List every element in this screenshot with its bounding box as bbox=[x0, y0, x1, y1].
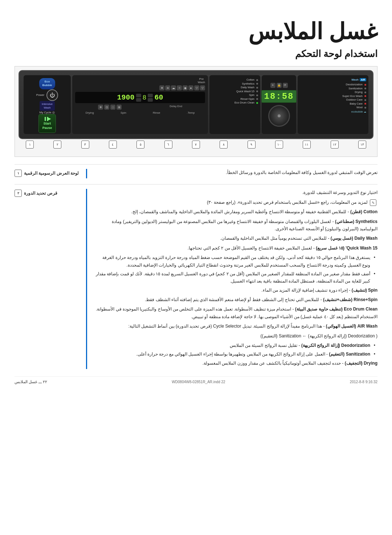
cp-icon-2: 🔒 bbox=[277, 83, 282, 88]
s2-daily-wash: Daily Wash (غسل يومي) - للملابس التي تست… bbox=[94, 235, 377, 242]
s2-note: ✎ لمزيد من المعلومات، راجع «غسل الملابس … bbox=[94, 199, 377, 206]
power-button[interactable]: ⏻ bbox=[46, 89, 58, 101]
bd-si-4 bbox=[136, 98, 141, 102]
s2-bullet-2: أضف فقط مقدار صغير من المادة المنظفة للم… bbox=[94, 270, 377, 285]
s2-air-wash: AIR Wash (الغسيل الهوائي) - هذا البرنامج… bbox=[94, 323, 377, 330]
s2-cotton: Cotton (قطن) - للملابس القطنية خفيفة أو … bbox=[94, 208, 377, 215]
section-1-label: لوحة العرض الرسومية الرقمية ١ bbox=[15, 169, 87, 178]
callout-7: ٧ bbox=[192, 141, 200, 149]
cycle-icon-1: ▽ bbox=[200, 85, 205, 90]
eco-bubble-label: Eco Bubble bbox=[42, 80, 52, 88]
bd-si-1 bbox=[148, 94, 153, 97]
prog-dot bbox=[364, 84, 366, 86]
delay-icon-4: ❄ bbox=[98, 105, 103, 110]
bd-si-3 bbox=[136, 94, 141, 97]
prog-wool: Wool bbox=[300, 106, 366, 110]
center-sub-labels: Delay End ⊞ □ ⊡ ❄ bbox=[75, 105, 205, 110]
delay-icon-2: □ bbox=[110, 105, 115, 110]
callout-2: ٢ bbox=[53, 141, 61, 149]
dial-knob[interactable] bbox=[268, 105, 290, 127]
delay-icon-3: ⊡ bbox=[104, 105, 109, 110]
prog-rinse-spin: Rinse+Spin bbox=[212, 97, 258, 101]
prog-baby-care: Baby Care bbox=[300, 102, 366, 106]
prog-dot bbox=[364, 88, 366, 89]
prog-dot bbox=[256, 79, 258, 81]
delay-end-label: Delay End bbox=[170, 105, 182, 110]
s2-spin: Spin (تنشيف) - إجراء دورة تنشيف إضافية ل… bbox=[94, 287, 377, 294]
bd-si-2 bbox=[148, 98, 153, 102]
section-1-para-1: تعرض الوقت المتبقي لدورة الغسيل وكافة ال… bbox=[94, 169, 377, 176]
s2-drying: Drying (التجفيف) - حدده لتجفيف الملابس أ… bbox=[94, 360, 377, 367]
prog-dot bbox=[364, 107, 366, 109]
section-1-num: ١ bbox=[15, 170, 22, 177]
s2-bullet-1: يستغرق هذا البرنامج حوالي ١٥ دقيقة كحد أ… bbox=[94, 254, 377, 269]
rinse-spin-bold: Rinse+Spin (شطف+تنشيف) bbox=[323, 297, 377, 302]
footer-left: WD0804W8-02851R_AR.indd 22 bbox=[172, 380, 225, 384]
callout-numbers-row: ١ ٢ ٣ ٤ ٥ ٦ ٧ ٨ ٩ ١٠ ١١ ١٢ ١٣ bbox=[19, 139, 373, 150]
airwash-logo: AIR bbox=[360, 78, 366, 81]
prog-super-eco: Super Eco Wash bbox=[300, 94, 366, 98]
prog-dot bbox=[256, 83, 258, 85]
prog-drying: Drying bbox=[300, 90, 366, 94]
big-display-row: 60 8 1900 bbox=[75, 92, 205, 103]
prog-dot bbox=[256, 98, 258, 100]
prog-synthetics: Synthetics bbox=[212, 82, 258, 86]
prog-dot bbox=[364, 103, 366, 105]
cp-top-icons: ⟳ 🔒 ≡ bbox=[270, 83, 288, 88]
callout-1: ١ bbox=[26, 141, 34, 149]
callout-3: ٣ bbox=[81, 141, 89, 149]
s2-deodorization: Deodorization (إزالة الروائح الكريهة) - … bbox=[94, 342, 377, 349]
start-pause-label: StartPause bbox=[42, 122, 52, 130]
callout-12: ١٢ bbox=[331, 141, 339, 149]
cycle-icon-8: ❄ bbox=[159, 85, 164, 90]
callout-9: ٩ bbox=[248, 141, 256, 149]
cp-right-buttons: Eco Bubble ⏻ Power IntensiveWash ◎ My Cy… bbox=[24, 75, 71, 134]
cycle-icon-7: ≋ bbox=[165, 85, 170, 90]
delay-icons: ⊞ □ ⊡ ❄ bbox=[98, 105, 122, 110]
synthetics-bold: Synthetics (صطناعي) bbox=[335, 219, 377, 224]
bd-small-icons bbox=[148, 94, 153, 102]
ecobubble-icon: ☁ bbox=[364, 110, 366, 113]
cp-icons-cycle-row: ▽ ▽ ● ◉ ✧ ☁ ≋ ❄ bbox=[75, 85, 205, 90]
eco-bubble-btn[interactable]: Eco Bubble bbox=[39, 78, 55, 89]
s2-rinse-spin: Rinse+Spin (شطف+تنشيف) - للملابس التي تح… bbox=[94, 296, 377, 303]
pre-wash-box: PreWash bbox=[198, 77, 205, 84]
control-panel-container: AIR Wash Deodorization Sanitization Dryi… bbox=[15, 66, 377, 157]
eco-drum-bold: Eco Drum Clean (تنظيف حاوية صديق البيئة) bbox=[295, 307, 377, 312]
section-1: تعرض الوقت المتبقي لدورة الغسيل وكافة ال… bbox=[15, 164, 377, 178]
rinse-label: Rinse bbox=[153, 111, 160, 114]
callout-10: ١٠ bbox=[275, 141, 283, 149]
power-section: ⏻ Power bbox=[36, 89, 58, 101]
footer-page-num: ٢٢ ـــ غسل الملابس bbox=[15, 380, 47, 384]
callout-11: ١١ bbox=[303, 141, 311, 149]
main-title: غسل الملابس bbox=[15, 18, 377, 45]
s2-synthetics: Synthetics (صطناعي) - لغسل البلوزات والق… bbox=[94, 218, 377, 233]
section-1-content: تعرض الوقت المتبقي لدورة الغسيل وكافة ال… bbox=[94, 169, 377, 178]
power-label: Power bbox=[36, 93, 45, 97]
start-pause-icon: ▶▐▐ bbox=[44, 117, 51, 121]
prog-dot bbox=[256, 90, 258, 92]
cp-dial-section: ⟳ 🔒 ≡ 18:58 bbox=[262, 75, 296, 134]
s2-sanitization: Sanitization (التعقيم) - العمل على إزالة… bbox=[94, 350, 377, 358]
page-footer: ٢٢ ـــ غسل الملابس WD0804W8-02851R_AR.in… bbox=[15, 376, 377, 384]
my-cycle-btn[interactable]: ◎ My Cycle bbox=[40, 111, 55, 114]
sub-title: استخدام لوحة التحكم bbox=[15, 48, 377, 60]
callout-8: ٨ bbox=[220, 141, 228, 149]
daily-wash-bold: Daily Wash (غسل يومي) bbox=[331, 236, 377, 241]
section-2-label-text: قرص تحديد الدورة bbox=[24, 191, 57, 196]
cycle-icon-6: ☁ bbox=[171, 85, 176, 90]
prog-dot bbox=[364, 99, 366, 101]
section-1-label-inner: لوحة العرض الرسومية الرقمية ١ bbox=[15, 170, 79, 177]
bd-sep: 8 bbox=[143, 94, 147, 101]
start-pause-btn[interactable]: ▶▐▐ StartPause bbox=[38, 114, 56, 133]
prog-dot bbox=[364, 95, 366, 97]
bd-num-right: 1900 bbox=[117, 93, 135, 102]
air-wash-bold: AIR Wash (الغسيل الهوائي) bbox=[326, 324, 377, 329]
ecobubble-text: ecobubble bbox=[351, 110, 363, 113]
temp-label: Temp. bbox=[187, 111, 195, 114]
ecobubble-badge: ☁ ecobubble bbox=[300, 110, 366, 113]
cp-pre-wash: PreWash bbox=[75, 77, 205, 84]
control-panel: AIR Wash Deodorization Sanitization Dryi… bbox=[19, 70, 373, 139]
dial-knob-center bbox=[278, 114, 281, 117]
intensive-wash-btn[interactable]: IntensiveWash bbox=[40, 101, 55, 111]
